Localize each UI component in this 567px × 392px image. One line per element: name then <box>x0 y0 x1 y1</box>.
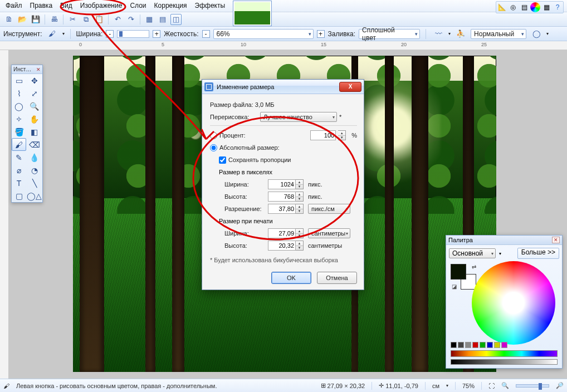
tool-move[interactable]: ✥ <box>26 74 42 87</box>
resample-dropdown[interactable]: Лучшее качество <box>260 112 337 122</box>
swatch[interactable] <box>465 342 471 348</box>
print-width-spinner[interactable]: ▲▼ <box>296 228 304 238</box>
resolution-input[interactable] <box>268 204 296 214</box>
swatch[interactable] <box>458 342 464 348</box>
print-width-input[interactable] <box>268 228 296 238</box>
print-height-spinner[interactable]: ▲▼ <box>296 241 304 251</box>
color-swatches[interactable]: ⇄ ◪ <box>451 264 476 290</box>
preset-swatches[interactable] <box>451 342 507 348</box>
tool-replace-color[interactable]: ◔ <box>26 164 42 177</box>
menu-image[interactable]: Изображение <box>80 2 123 9</box>
tool-fill[interactable]: 🪣 <box>12 125 26 138</box>
tool-ellipse-select[interactable]: ◯ <box>12 100 26 112</box>
ok-button[interactable]: OK <box>271 272 311 284</box>
paste-icon[interactable]: 📋 <box>94 14 105 25</box>
save-icon[interactable]: 💾 <box>30 14 41 25</box>
tool-magic-wand[interactable]: ✧ <box>12 112 26 125</box>
print-height-input[interactable] <box>268 241 296 251</box>
palette-set-dropdown[interactable]: Основной <box>449 248 496 258</box>
tool-rect-select[interactable]: ▭ <box>12 74 26 87</box>
swatch[interactable] <box>501 342 507 348</box>
tool-eyedropper[interactable]: 💧 <box>26 151 42 164</box>
hardness-decrease[interactable]: - <box>202 30 210 38</box>
brush-shape-icon[interactable]: 🖌 <box>47 28 58 40</box>
zoom-slider[interactable] <box>516 384 549 388</box>
new-icon[interactable]: 🗎 <box>3 14 14 25</box>
brush-width-slider[interactable] <box>117 30 149 38</box>
document-thumbnail[interactable] <box>233 1 272 26</box>
status-unit[interactable]: см <box>432 383 439 389</box>
menu-view[interactable]: Вид <box>60 2 72 9</box>
menu-effects[interactable]: Эффекты <box>195 2 226 9</box>
resolution-spinner[interactable]: ▲▼ <box>296 204 304 214</box>
resolution-unit-dropdown[interactable]: пикс./см <box>308 204 350 214</box>
brush-width-decrease[interactable]: - <box>106 30 114 38</box>
hardness-increase[interactable]: + <box>317 30 325 38</box>
tool-shapes[interactable]: ◯△ <box>26 189 42 202</box>
tool-eraser[interactable]: ⌫ <box>26 138 42 151</box>
menu-adjust[interactable]: Коррекция <box>154 2 187 9</box>
redo-icon[interactable]: ↷ <box>125 14 136 25</box>
percent-input[interactable] <box>310 130 336 140</box>
close-icon[interactable]: ✕ <box>35 67 42 72</box>
tool-transform[interactable]: ⤢ <box>26 87 42 100</box>
brush-width-increase[interactable]: + <box>153 30 160 38</box>
percent-spinner[interactable]: ▲▼ <box>338 130 346 140</box>
tool-clone[interactable]: ⌀ <box>12 164 26 177</box>
undo-icon[interactable]: ↶ <box>112 14 123 25</box>
tool-rect[interactable]: ▢ <box>12 189 26 202</box>
palette-set-arrow[interactable]: ▾ <box>499 251 501 256</box>
fit-screen-icon[interactable]: ⛶ <box>488 383 495 389</box>
toolbox-titlebar[interactable]: Инст… ✕ <box>12 65 42 74</box>
swap-colors-icon[interactable]: ⇄ <box>472 264 476 270</box>
guides-icon[interactable]: ▤ <box>157 14 168 25</box>
tool-hand[interactable]: ✋ <box>26 112 42 125</box>
layers-panel-icon[interactable]: ▤ <box>519 2 529 12</box>
foreground-color-swatch[interactable] <box>451 264 466 280</box>
palette-titlebar[interactable]: Палитра ✕ <box>446 236 562 245</box>
width-input[interactable] <box>268 179 296 189</box>
person-icon[interactable]: ⛹ <box>455 28 466 40</box>
height-input[interactable] <box>268 192 296 202</box>
cut-icon[interactable]: ✂ <box>67 14 78 25</box>
swatch[interactable] <box>451 342 457 348</box>
copy-icon[interactable]: ⧉ <box>80 14 91 25</box>
palette-more-button[interactable]: Больше >> <box>517 248 559 259</box>
reset-colors-icon[interactable]: ◪ <box>452 283 457 290</box>
menu-file[interactable]: Файл <box>6 2 22 9</box>
tool-zoom[interactable]: 🔍 <box>26 100 42 112</box>
hardness-field[interactable]: 66% <box>213 29 314 39</box>
curve-icon[interactable]: 〰 <box>433 28 444 40</box>
tool-lasso[interactable]: ⌇ <box>12 87 26 100</box>
swatch[interactable] <box>487 342 493 348</box>
grid-icon[interactable]: ▦ <box>144 14 155 25</box>
status-zoom[interactable]: 75% <box>462 383 475 389</box>
zoom-out-icon[interactable]: 🔍 <box>501 382 509 389</box>
tool-brush[interactable]: 🖌 <box>12 138 26 151</box>
swatch[interactable] <box>494 342 500 348</box>
palette-close-icon[interactable]: ✕ <box>552 237 560 243</box>
keep-ratio-checkbox[interactable]: Сохранять пропорции <box>210 154 357 166</box>
menu-layers[interactable]: Слои <box>130 2 146 9</box>
antialias-icon[interactable]: ◯ <box>531 28 542 40</box>
tool-text[interactable]: T <box>12 177 26 189</box>
percent-radio[interactable]: Процент: ▲▼ % <box>210 129 357 141</box>
tool-gradient[interactable]: ◧ <box>26 125 42 138</box>
history-icon[interactable]: ▦ <box>541 2 551 12</box>
dialog-titlebar[interactable]: Изменение размера X <box>202 80 364 94</box>
hue-ramp[interactable] <box>451 350 558 357</box>
swatch[interactable] <box>472 342 478 348</box>
color-wheel-icon[interactable] <box>530 2 540 12</box>
zoom-in-icon[interactable]: 🔎 <box>556 382 564 389</box>
help-icon[interactable]: ? <box>553 2 563 12</box>
tool-pencil[interactable]: ✎ <box>12 151 26 164</box>
blend-dropdown[interactable]: Нормальный <box>471 29 526 39</box>
color-wheel[interactable] <box>472 261 555 345</box>
dialog-close-button[interactable]: X <box>339 82 361 92</box>
swatch[interactable] <box>480 342 486 348</box>
fill-dropdown[interactable]: Сплошной цвет <box>359 29 420 39</box>
print-icon[interactable]: 🖶 <box>48 14 60 25</box>
tool-line[interactable]: ╲ <box>26 177 42 189</box>
value-ramp[interactable] <box>451 359 558 365</box>
width-spinner[interactable]: ▲▼ <box>296 179 304 189</box>
